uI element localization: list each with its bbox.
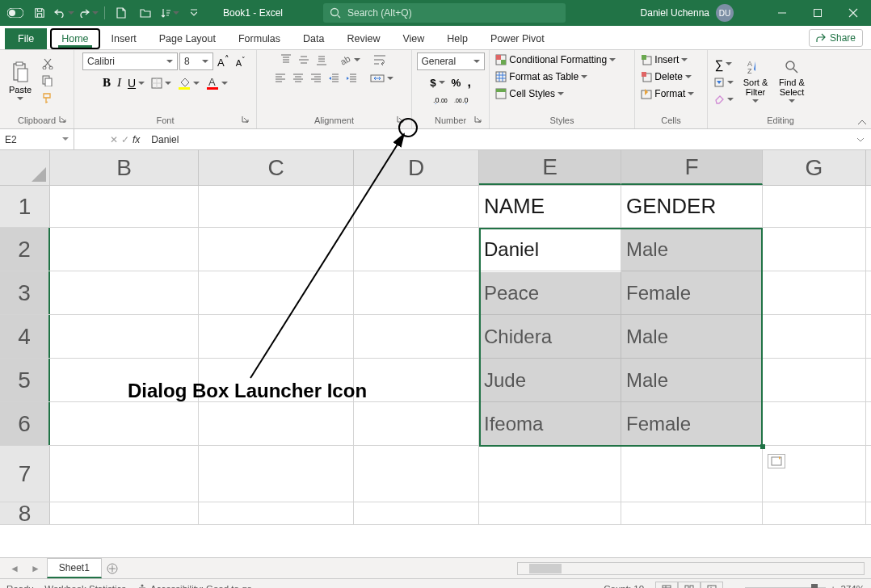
cell-D4[interactable]: [354, 315, 479, 358]
cell-B4[interactable]: [50, 315, 199, 358]
cut-button[interactable]: [40, 57, 56, 71]
number-dialog-launcher-icon[interactable]: [474, 116, 484, 125]
cell-G6[interactable]: [763, 402, 866, 445]
percent-format-button[interactable]: %: [449, 75, 464, 90]
font-color-button[interactable]: A: [204, 75, 230, 91]
cell-B3[interactable]: [50, 271, 199, 314]
cancel-formula-icon[interactable]: ✕: [110, 134, 118, 145]
cell-F7[interactable]: [621, 446, 763, 502]
tab-review[interactable]: Review: [335, 28, 391, 49]
cell-C6[interactable]: [199, 402, 354, 445]
tab-page-layout[interactable]: Page Layout: [148, 28, 227, 49]
zoom-in-button[interactable]: +: [831, 584, 836, 589]
sort-filter-button[interactable]: AZSort & Filter: [738, 52, 772, 109]
clear-button[interactable]: [711, 92, 736, 107]
accessibility-status[interactable]: Accessibility: Good to go: [137, 584, 252, 589]
format-cells-button[interactable]: Format: [638, 86, 696, 101]
tab-power-pivot[interactable]: Power Pivot: [479, 28, 556, 49]
col-header-F[interactable]: F: [621, 150, 763, 185]
row-header-7[interactable]: 7: [0, 446, 50, 502]
cell-C1[interactable]: [199, 186, 354, 227]
col-header-E[interactable]: E: [479, 150, 621, 185]
zoom-level[interactable]: 274%: [841, 584, 865, 589]
cell-D8[interactable]: [354, 502, 479, 524]
sheet-nav-next-icon[interactable]: ►: [26, 563, 45, 574]
increase-font-button[interactable]: A˄: [215, 52, 232, 70]
font-dialog-launcher-icon[interactable]: [242, 116, 251, 125]
cell-B2[interactable]: [50, 228, 199, 271]
font-size-combo[interactable]: 8: [179, 52, 213, 70]
zoom-control[interactable]: − + 274%: [734, 584, 865, 589]
align-center-button[interactable]: [290, 71, 306, 86]
font-name-combo[interactable]: Calibri: [82, 52, 178, 70]
clipboard-dialog-launcher-icon[interactable]: [59, 116, 69, 125]
align-left-button[interactable]: [272, 71, 288, 86]
fill-button[interactable]: [711, 75, 736, 90]
tab-view[interactable]: View: [391, 28, 436, 49]
cell-E8[interactable]: [479, 502, 621, 524]
cell-C3[interactable]: [199, 271, 354, 314]
cell-F8[interactable]: [621, 502, 763, 524]
row-header-1[interactable]: 1: [0, 186, 50, 227]
close-button[interactable]: [835, 0, 871, 26]
cell-F1[interactable]: GENDER: [621, 186, 763, 227]
autosum-button[interactable]: ∑: [711, 56, 736, 73]
format-as-table-button[interactable]: Format as Table: [493, 69, 590, 84]
increase-decimal-button[interactable]: .0.00: [431, 94, 450, 106]
sort-icon[interactable]: [159, 2, 180, 23]
alignment-dialog-launcher-icon[interactable]: [397, 116, 406, 125]
decrease-indent-button[interactable]: [326, 71, 342, 86]
cell-G8[interactable]: [763, 502, 866, 524]
format-painter-button[interactable]: [40, 90, 56, 105]
align-right-button[interactable]: [308, 71, 324, 86]
cell-E2[interactable]: Daniel: [479, 228, 621, 271]
row-header-2[interactable]: 2: [0, 228, 50, 271]
borders-button[interactable]: [149, 76, 174, 90]
new-file-icon[interactable]: [111, 2, 132, 23]
merge-center-button[interactable]: [368, 71, 396, 86]
tab-file[interactable]: File: [5, 28, 47, 49]
cell-G5[interactable]: [763, 359, 866, 401]
normal-view-button[interactable]: [655, 582, 678, 589]
fill-handle[interactable]: [760, 444, 765, 449]
open-file-icon[interactable]: [135, 2, 156, 23]
cell-B1[interactable]: [50, 186, 199, 227]
user-account[interactable]: Daniel Uchenna DU: [641, 4, 734, 22]
enter-formula-icon[interactable]: ✓: [121, 134, 129, 145]
tab-help[interactable]: Help: [436, 28, 479, 49]
accounting-format-button[interactable]: $: [427, 75, 447, 90]
conditional-formatting-button[interactable]: Conditional Formatting: [493, 52, 618, 67]
cell-G3[interactable]: [763, 271, 866, 314]
autosave-toggle[interactable]: [5, 2, 26, 23]
orientation-button[interactable]: ab: [338, 52, 363, 67]
zoom-out-button[interactable]: −: [734, 584, 740, 589]
new-sheet-button[interactable]: [103, 560, 121, 578]
align-bottom-button[interactable]: [313, 52, 330, 67]
cell-B8[interactable]: [50, 502, 199, 524]
select-all-corner[interactable]: [0, 150, 50, 185]
cell-E1[interactable]: NAME: [479, 186, 621, 227]
page-break-view-button[interactable]: [701, 582, 723, 589]
align-top-button[interactable]: [278, 52, 294, 67]
tab-data[interactable]: Data: [292, 28, 335, 49]
cell-D7[interactable]: [354, 446, 479, 502]
find-select-button[interactable]: Find & Select: [775, 52, 809, 109]
row-header-8[interactable]: 8: [0, 502, 50, 524]
cell-C4[interactable]: [199, 315, 354, 358]
worksheet-area[interactable]: B C D E F G 1 NAME GENDER 2 Daniel Male …: [0, 150, 871, 557]
formula-input[interactable]: Daniel: [146, 134, 856, 145]
maximize-button[interactable]: [800, 0, 835, 26]
col-header-D[interactable]: D: [354, 150, 479, 185]
expand-formula-bar-icon[interactable]: [856, 137, 871, 142]
cell-C2[interactable]: [199, 228, 354, 271]
search-box[interactable]: Search (Alt+Q): [323, 3, 566, 23]
workbook-statistics[interactable]: Workbook Statistics: [44, 584, 126, 589]
cell-C7[interactable]: [199, 446, 354, 502]
quick-analysis-button[interactable]: [768, 454, 785, 468]
underline-button[interactable]: U: [125, 75, 147, 91]
cell-D3[interactable]: [354, 271, 479, 314]
redo-button[interactable]: [78, 2, 99, 23]
cell-C8[interactable]: [199, 502, 354, 524]
save-icon[interactable]: [29, 2, 50, 23]
tab-formulas[interactable]: Formulas: [227, 28, 292, 49]
